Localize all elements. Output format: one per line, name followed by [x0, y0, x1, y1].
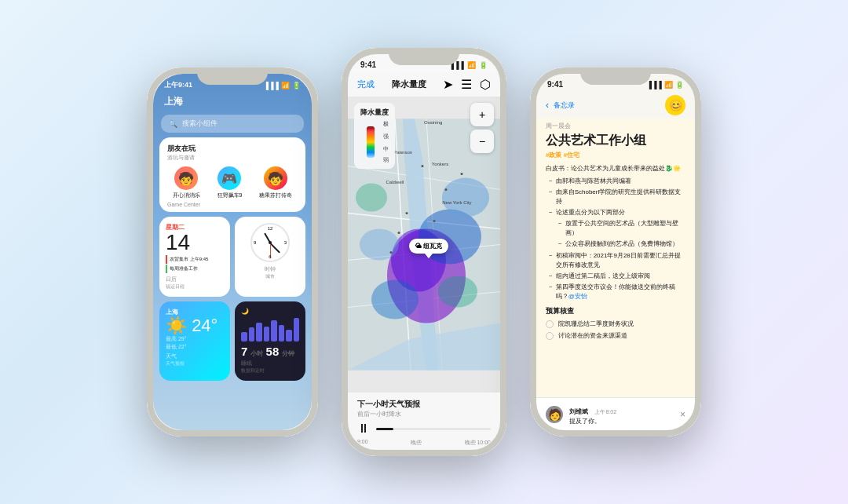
- city-ossining: Ossining: [424, 120, 442, 125]
- cal-clock-row: 星期二 14 农贸集市 上午9:45 每周准备工作 日历 福运日程: [159, 217, 305, 297]
- minute-hand: [269, 242, 280, 253]
- widget-section: 朋友在玩 游玩与邀请 🧒 开心消消乐 🎮 狂野飙车9 🧒 糖果苏打传奇: [153, 137, 312, 385]
- weather-widget[interactable]: 上海 ☀️ 24° 最高 29° 最低 22° 天气 天气预报: [159, 301, 230, 381]
- map-zoom-out[interactable]: −: [470, 130, 494, 153]
- checkbox-1-text: 院凯珊总结二季度财务状况: [558, 320, 634, 329]
- weather-location-pin[interactable]: 🌥 纽瓦克: [409, 239, 448, 258]
- clock-3: 3: [284, 240, 287, 245]
- friends-subtitle: 游玩与邀请: [167, 154, 298, 162]
- sleep-widget[interactable]: 🌙 7 小时 58 分钟: [235, 301, 305, 381]
- maps-layer-title: 降水量度: [392, 79, 426, 90]
- cal-sub: 福运日程: [166, 283, 224, 290]
- bar-1: [241, 332, 247, 341]
- avatar-1: 🧒: [174, 166, 198, 190]
- map-zoom-in[interactable]: +: [470, 103, 494, 126]
- weather-high: 最高 29°: [166, 335, 224, 343]
- legend-weak: 弱: [383, 156, 389, 164]
- right-time: 9:41: [547, 80, 563, 89]
- sub-1-text: 放置于公共空间的艺术品（大型雕塑与壁画）: [565, 219, 685, 238]
- map-controls: + −: [470, 103, 494, 153]
- commenter-name: 刘维斌: [569, 408, 588, 415]
- notes-tags: #政策 #住宅: [546, 151, 685, 159]
- clock-widget[interactable]: 12 3 6 9 时钟 城市: [235, 217, 305, 297]
- meeting-label: 周一晨会: [546, 122, 685, 130]
- player-title: 下一小时天气预报: [357, 399, 491, 410]
- battery-icon: 🔋: [479, 61, 488, 69]
- cal-event-1: 农贸集市 上午9:45: [166, 255, 224, 264]
- notes-intro: 白皮书：论公共艺术为儿童成长带来的益处🐉🌟: [546, 164, 685, 173]
- svg-point-10: [371, 280, 419, 320]
- clock-12: 12: [268, 226, 273, 231]
- checkbox-1-box[interactable]: [546, 320, 554, 328]
- maps-toolbar: 完成 降水量度 ➤ ☰ ⬡: [348, 72, 500, 97]
- sub-2: − 公众容易接触到的艺术品（免费博物馆）: [546, 239, 685, 249]
- share-avatar-button[interactable]: 😊: [665, 95, 685, 115]
- legend-title: 降水量度: [360, 108, 389, 118]
- cal-event-2: 每周准备工作: [166, 265, 224, 273]
- svg-point-11: [442, 178, 489, 217]
- bar-6: [279, 325, 285, 341]
- city-caldwell: Caldwell: [386, 180, 404, 184]
- cal-day: 14: [166, 232, 224, 254]
- bar-3: [256, 323, 262, 341]
- wifi-icon: 📶: [281, 82, 290, 89]
- calendar-widget[interactable]: 星期二 14 农贸集市 上午9:45 每周准备工作 日历 福运日程: [159, 217, 230, 297]
- temp-value: 24°: [192, 316, 217, 335]
- svg-point-14: [356, 184, 387, 212]
- notes-content: 周一晨会 公共艺术工作小组 #政策 #住宅 白皮书：论公共艺术为儿童成长带来的益…: [536, 119, 695, 397]
- time-end: 晚些 10:00: [465, 439, 491, 447]
- bar-2: [249, 327, 255, 341]
- clock-6: 6: [269, 254, 271, 259]
- notes-title: 公共艺术工作小组: [546, 133, 685, 148]
- progress-labels: 9:00 晚些 晚些 10:00: [357, 439, 491, 447]
- weather-temp: ☀️ 24°: [166, 316, 224, 335]
- legend-panel: 降水量度 极 强 中 弱: [354, 103, 395, 169]
- weather-sub: 天气预报: [166, 360, 224, 367]
- comment-close-button[interactable]: ×: [680, 409, 685, 420]
- progress-fill: [376, 428, 393, 430]
- checkbox-2-text: 讨论潜在的资金来源渠道: [558, 331, 627, 341]
- author-2-text: 由来自Schoberl学院的研究生提供科研数据支持: [556, 188, 685, 206]
- duration-unit-min: 分钟: [282, 350, 294, 357]
- svg-point-20: [445, 188, 448, 191]
- comment-time: 上午8:02: [594, 409, 616, 415]
- checkbox-2[interactable]: 讨论潜在的资金来源渠道: [546, 331, 685, 341]
- deadline-2: − 组内通过第二稿后，送交上级审阅: [546, 272, 685, 281]
- comment-content: 刘维斌 上午8:02 提及了你。: [569, 403, 674, 425]
- pin-tail: [425, 254, 433, 258]
- location-icon[interactable]: ➤: [443, 77, 453, 92]
- friend-2-name: 狂野飙车9: [217, 192, 243, 199]
- left-notch: [197, 68, 268, 85]
- sleep-icon: 🌙: [241, 308, 299, 315]
- svg-point-12: [360, 229, 399, 261]
- back-button[interactable]: 备忘录: [554, 100, 575, 111]
- signal-icon: ▐▐▐: [264, 82, 279, 89]
- svg-point-18: [406, 212, 408, 214]
- list-icon[interactable]: ☰: [461, 77, 472, 92]
- avatar-3: 🧒: [264, 166, 287, 190]
- right-phone: 9:41 ▐▐▐ 📶 🔋 ‹ 备忘录 😊 周一晨会 公共艺术工作小组 #政策 #…: [530, 68, 701, 436]
- checkbox-2-box[interactable]: [546, 332, 554, 340]
- deadline-2-text: 组内通过第二稿后，送交上级审阅: [556, 272, 650, 281]
- checkbox-1[interactable]: 院凯珊总结二季度财务状况: [546, 320, 685, 329]
- legend-content: 极 强 中 弱: [360, 120, 389, 164]
- clock-label: 时钟: [265, 265, 276, 273]
- player-subtitle: 前后一小时降水: [357, 410, 491, 418]
- layers-icon[interactable]: ⬡: [480, 77, 491, 92]
- weather-low: 最低 22°: [166, 343, 224, 351]
- clock-face: 12 3 6 9: [250, 223, 290, 262]
- legend-medium: 中: [383, 145, 389, 153]
- maps-done-button[interactable]: 完成: [357, 79, 375, 90]
- legend-strong: 强: [383, 133, 389, 141]
- sections-header: − 论述重点分为以下两部分: [546, 208, 685, 217]
- play-pause-button[interactable]: ⏸: [357, 422, 370, 436]
- widget-search-bar[interactable]: 🔍 搜索小组件: [161, 115, 304, 133]
- commenter-info: 刘维斌 上午8:02: [569, 403, 674, 417]
- svg-point-13: [438, 276, 477, 308]
- game-center-widget[interactable]: 朋友在玩 游玩与邀请 🧒 开心消消乐 🎮 狂野飙车9 🧒 糖果苏打传奇: [159, 137, 305, 212]
- bar-8: [294, 318, 300, 341]
- clock-city: 城市: [265, 273, 275, 280]
- map-area[interactable]: 降水量度 极 强 中 弱 + − 🌥 纽瓦克: [348, 97, 500, 393]
- battery-icon: 🔋: [292, 82, 301, 89]
- progress-bar[interactable]: [376, 428, 491, 430]
